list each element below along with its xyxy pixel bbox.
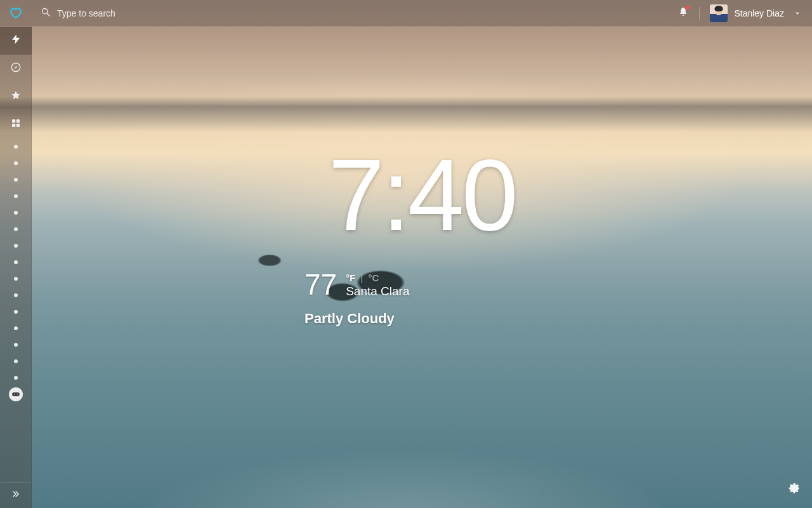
clock-display: 7:40 [328, 144, 515, 246]
weather-unit-sep: | [358, 272, 366, 283]
sidebar-app-chip-inner [9, 387, 23, 401]
sidebar-app-dots [0, 138, 32, 386]
weather-unit-f[interactable]: °F [346, 272, 355, 283]
sidebar-dot-item[interactable] [0, 254, 32, 271]
sidebar-item-star[interactable] [0, 83, 32, 110]
weather-temperature: 77 [304, 270, 337, 299]
main-content: 7:40 77 °F | °C Santa Clara Partly Cloud… [32, 27, 812, 508]
user-menu[interactable]: Stanley Diaz [710, 4, 801, 22]
chevron-down-icon [794, 8, 801, 19]
chevron-double-right-icon [11, 490, 20, 501]
sidebar-dot-item[interactable] [0, 204, 32, 221]
dot-icon [14, 178, 18, 182]
topbar-separator [699, 7, 700, 20]
app-logo[interactable] [0, 0, 32, 27]
sidebar-dot-item[interactable] [0, 271, 32, 287]
svg-rect-6 [16, 124, 19, 127]
dot-icon [14, 161, 18, 165]
search-area [32, 7, 678, 20]
compass-icon [10, 62, 22, 76]
dot-icon [14, 244, 18, 248]
dot-icon [14, 359, 18, 363]
dot-icon [14, 145, 18, 149]
sidebar-bottom [0, 482, 31, 508]
sidebar-app-chip[interactable] [0, 386, 32, 403]
notification-indicator-dot [686, 6, 690, 10]
heart-logo-icon [9, 6, 23, 20]
user-name-label: Stanley Diaz [734, 8, 784, 18]
dot-icon [14, 277, 18, 281]
sidebar-dot-item[interactable] [0, 221, 32, 237]
settings-button[interactable] [787, 481, 801, 498]
notifications-button[interactable] [678, 6, 689, 20]
weather-unit-c[interactable]: °C [369, 272, 379, 283]
sidebar-item-compass[interactable] [0, 55, 32, 83]
sidebar-dot-item[interactable] [0, 237, 32, 254]
dot-icon [14, 376, 18, 380]
dot-icon [14, 293, 18, 297]
sidebar-dot-item[interactable] [0, 155, 32, 171]
sidebar-dot-item[interactable] [0, 353, 32, 370]
dot-icon [14, 260, 18, 264]
weather-row-temp: 77 °F | °C Santa Clara [304, 270, 410, 299]
svg-rect-4 [16, 119, 19, 123]
sidebar-dot-item[interactable] [0, 287, 32, 304]
weather-unit-and-location: °F | °C Santa Clara [346, 270, 409, 298]
bell-icon [678, 9, 689, 20]
svg-line-1 [47, 13, 49, 16]
mask-icon [11, 389, 20, 400]
svg-rect-5 [12, 124, 15, 127]
avatar [710, 4, 728, 22]
sidebar-dot-item[interactable] [0, 370, 32, 386]
star-icon [10, 90, 22, 104]
weather-widget: 77 °F | °C Santa Clara Partly Cloudy [304, 270, 410, 327]
dot-icon [14, 310, 18, 314]
dot-icon [14, 211, 18, 215]
sidebar-dot-item[interactable] [0, 304, 32, 320]
sidebar-item-bolt[interactable] [0, 27, 32, 55]
dot-icon [14, 326, 18, 330]
sidebar-expand-button[interactable] [0, 483, 32, 508]
sidebar [0, 27, 32, 508]
bolt-icon [10, 34, 22, 48]
grid-icon [10, 117, 22, 131]
dot-icon [14, 343, 18, 347]
sidebar-dot-item[interactable] [0, 171, 32, 188]
dot-icon [14, 194, 18, 198]
top-bar: Stanley Diaz [0, 0, 812, 27]
sidebar-item-grid[interactable] [0, 110, 32, 138]
sidebar-dot-item[interactable] [0, 320, 32, 337]
sidebar-dot-item[interactable] [0, 138, 32, 155]
svg-point-10 [13, 394, 15, 395]
dot-icon [14, 227, 18, 231]
search-icon [41, 7, 51, 20]
search-input[interactable] [57, 8, 311, 18]
svg-point-11 [16, 394, 18, 395]
sidebar-dot-item[interactable] [0, 188, 32, 204]
weather-unit-toggle: °F | °C [346, 272, 409, 283]
sidebar-dot-item[interactable] [0, 337, 32, 353]
gear-icon [787, 486, 801, 497]
weather-condition: Partly Cloudy [304, 311, 410, 327]
topbar-right: Stanley Diaz [678, 4, 812, 22]
svg-rect-3 [12, 119, 15, 123]
weather-location: Santa Clara [346, 284, 409, 298]
